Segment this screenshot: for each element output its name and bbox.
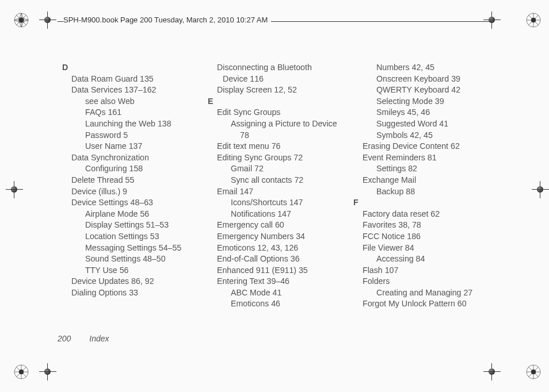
index-entry: Emoticons 12, 43, 126 xyxy=(217,243,353,254)
index-entry: Password 5 xyxy=(85,130,208,141)
index-entry: Dialing Options 33 xyxy=(71,287,208,299)
registration-mark-icon xyxy=(14,364,29,379)
index-entry: Device (illus.) 9 xyxy=(71,186,208,198)
registration-mark-icon xyxy=(526,13,541,28)
index-entry: Symbols 42, 45 xyxy=(376,130,499,141)
registration-mark-icon xyxy=(526,364,541,379)
index-entry: Email 147 xyxy=(217,186,353,198)
index-entry: ABC Mode 41 xyxy=(231,287,353,299)
index-entry: Device 116 xyxy=(223,74,353,85)
index-entry: User Name 137 xyxy=(85,141,208,152)
index-entry: E xyxy=(208,96,353,107)
index-entry: Icons/Shortcuts 147 xyxy=(231,197,353,209)
index-entry: Event Reminders 81 xyxy=(363,152,499,164)
index-entry: Sound Settings 48–50 xyxy=(85,253,208,265)
registration-mark-icon xyxy=(14,13,29,28)
index-entry: Favorites 38, 78 xyxy=(363,220,499,231)
index-entry: Forgot My Unlock Pattern 60 xyxy=(363,298,499,310)
index-entry: Display Screen 12, 52 xyxy=(217,84,353,96)
page-number: 200 xyxy=(58,334,71,343)
index-entry: Device Updates 86, 92 xyxy=(71,276,208,287)
index-entry: Delete Thread 55 xyxy=(71,175,208,186)
index-entry: Location Settings 53 xyxy=(85,231,208,243)
index-entry: Data Synchronization xyxy=(71,152,208,164)
index-entry: see also Web xyxy=(85,96,208,107)
index-entry: Enhanced 911 (E911) 35 xyxy=(217,265,353,276)
index-entry: D xyxy=(62,62,208,74)
index-entry: Entering Text 39–46 xyxy=(217,276,353,287)
index-entry: Editing Sync Groups 72 xyxy=(217,152,353,164)
crop-mark-icon xyxy=(39,11,56,29)
index-entry: Numbers 42, 45 xyxy=(376,62,499,74)
index-entry: Disconnecting a Bluetooth xyxy=(217,62,353,74)
index-column-3: Numbers 42, 45Onscreen Keyboard 39QWERTY… xyxy=(353,62,499,310)
index-entry: Assigning a Picture to Device xyxy=(231,118,353,130)
crop-mark-icon xyxy=(483,363,501,381)
index-entry: Emergency call 60 xyxy=(217,220,353,231)
index-entry: End-of-Call Options 36 xyxy=(217,253,353,265)
index-entry: Edit text menu 76 xyxy=(217,141,353,152)
index-entry: Suggested Word 41 xyxy=(376,118,499,130)
crop-mark-icon xyxy=(483,11,501,29)
index-entry: Exchange Mail xyxy=(363,175,499,186)
crop-mark-icon xyxy=(6,181,23,198)
index-entry: Airplane Mode 56 xyxy=(85,209,208,220)
index-entry: Configuring 158 xyxy=(85,163,208,175)
index-entry: Smileys 45, 46 xyxy=(376,107,499,118)
index-entry: File Viewer 84 xyxy=(363,243,499,254)
index-entry: Data Services 137–162 xyxy=(71,84,208,96)
index-entry: Launching the Web 138 xyxy=(85,118,208,130)
index-entry: 78 xyxy=(240,130,353,141)
index-content: DData Roam Guard 135Data Services 137–16… xyxy=(62,62,500,310)
footer-label: Index xyxy=(89,334,109,343)
index-entry: Edit Sync Groups xyxy=(217,107,353,118)
index-entry: Display Settings 51–53 xyxy=(85,220,208,231)
index-entry: Emergency Numbers 34 xyxy=(217,231,353,243)
index-entry: Device Settings 48–63 xyxy=(71,197,208,209)
index-entry: Settings 82 xyxy=(376,163,499,175)
index-entry: Onscreen Keyboard 39 xyxy=(376,74,499,85)
index-entry: QWERTY Keyboard 42 xyxy=(376,84,499,96)
index-column-2: Disconnecting a BluetoothDevice 116Displ… xyxy=(208,62,353,310)
index-entry: Notifications 147 xyxy=(231,209,353,220)
index-entry: Creating and Managing 27 xyxy=(376,287,499,299)
index-entry: Erasing Device Content 62 xyxy=(363,141,499,152)
crop-mark-icon xyxy=(39,363,56,381)
page-footer: 200 Index xyxy=(58,334,109,343)
index-entry: Factory data reset 62 xyxy=(363,209,499,220)
index-entry: Flash 107 xyxy=(363,265,499,276)
index-column-1: DData Roam Guard 135Data Services 137–16… xyxy=(62,62,208,310)
index-entry: Folders xyxy=(363,276,499,287)
index-entry: Emoticons 46 xyxy=(231,298,353,310)
index-entry: Sync all contacts 72 xyxy=(231,175,353,186)
index-entry: TTY Use 56 xyxy=(85,265,208,276)
index-entry: Data Roam Guard 135 xyxy=(71,74,208,85)
index-entry: Gmail 72 xyxy=(231,163,353,175)
index-entry: Messaging Settings 54–55 xyxy=(85,243,208,254)
crop-mark-icon xyxy=(532,181,549,198)
page-header: SPH-M900.book Page 200 Tuesday, March 2,… xyxy=(63,16,271,24)
index-entry: FAQs 161 xyxy=(85,107,208,118)
index-entry: Selecting Mode 39 xyxy=(376,96,499,107)
index-entry: F xyxy=(353,197,499,209)
index-entry: Backup 88 xyxy=(376,186,499,198)
index-entry: FCC Notice 186 xyxy=(363,231,499,243)
index-entry: Accessing 84 xyxy=(376,253,499,265)
